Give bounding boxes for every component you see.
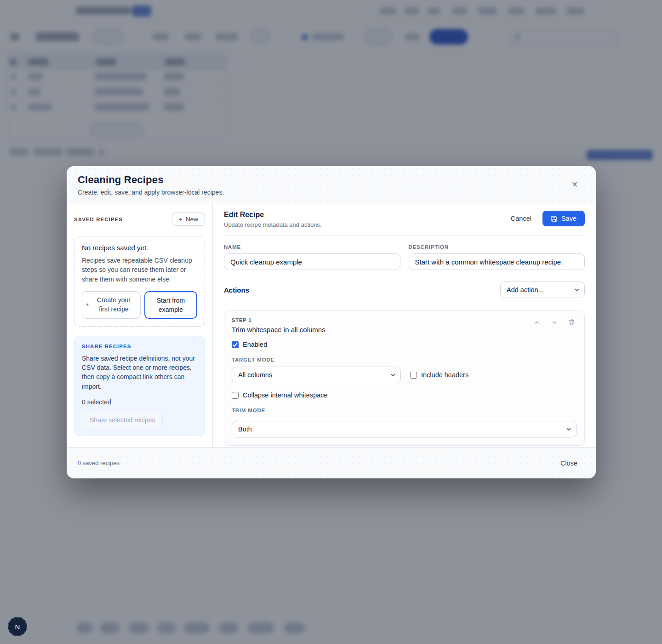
close-icon[interactable]: ✕: [569, 179, 580, 190]
share-recipes-body: Share saved recipe definitions, not your…: [82, 354, 197, 391]
editor-subtitle: Update recipe metadata and actions.: [224, 221, 321, 228]
save-button[interactable]: Save: [542, 211, 585, 226]
target-mode-label: TARGET MODE: [232, 357, 576, 362]
trim-mode-select[interactable]: Both: [232, 421, 576, 437]
create-first-recipe-button[interactable]: + Create your first recipe: [82, 291, 141, 319]
name-label: NAME: [224, 244, 400, 250]
recipe-editor: Edit Recipe Update recipe metadata and a…: [213, 203, 596, 447]
share-recipes-panel: SHARE RECIPES Share saved recipe definit…: [74, 336, 205, 436]
cancel-button[interactable]: Cancel: [506, 211, 536, 226]
plus-icon: +: [179, 216, 183, 223]
collapse-whitespace-row[interactable]: Collapse internal whitespace: [232, 391, 576, 399]
saved-recipes-count: 0 saved recipes: [78, 460, 120, 466]
new-recipe-label: New: [186, 216, 198, 223]
actions-heading: Actions: [224, 286, 249, 294]
step-label: STEP 1: [232, 317, 325, 323]
enabled-checkbox-row[interactable]: Enabled: [232, 341, 576, 348]
include-headers-checkbox[interactable]: [410, 372, 417, 379]
save-label: Save: [561, 215, 576, 222]
enabled-checkbox[interactable]: [232, 341, 239, 348]
avatar[interactable]: N: [8, 617, 27, 636]
target-mode-select[interactable]: All columns: [232, 367, 401, 383]
add-action-select[interactable]: Add action...: [500, 282, 585, 298]
start-from-example-button[interactable]: Start from example: [144, 291, 197, 319]
create-first-recipe-label: Create your first recipe: [91, 296, 137, 314]
step-card: STEP 1 Trim whitespace in all columns: [224, 310, 585, 446]
description-input[interactable]: [409, 253, 585, 270]
empty-state-body: Recipes save repeatable CSV cleanup step…: [82, 256, 197, 284]
modal-body: SAVED RECIPES + New No recipes saved yet…: [67, 203, 596, 447]
collapse-whitespace-label: Collapse internal whitespace: [243, 391, 328, 399]
footer-close-button[interactable]: Close: [555, 456, 583, 471]
share-selected-button[interactable]: Share selected recipes: [82, 412, 163, 428]
new-recipe-button[interactable]: + New: [172, 213, 205, 226]
move-step-down-icon[interactable]: [550, 318, 559, 327]
modal-footer: 0 saved recipes Close: [67, 447, 596, 478]
modal-subtitle: Create, edit, save, and apply browser-lo…: [78, 189, 583, 196]
step-title: Trim whitespace in all columns: [232, 326, 325, 334]
selected-count: 0 selected: [82, 398, 197, 406]
description-label: DESCRIPTION: [409, 244, 585, 250]
empty-state-title: No recipes saved yet.: [82, 244, 197, 252]
saved-recipes-sidebar: SAVED RECIPES + New No recipes saved yet…: [67, 203, 213, 447]
enabled-label: Enabled: [243, 341, 267, 348]
trim-mode-label: TRIM MODE: [232, 408, 576, 413]
modal-header: Cleaning Recipes Create, edit, save, and…: [67, 166, 596, 203]
save-icon: [551, 215, 558, 222]
name-input[interactable]: [224, 253, 400, 270]
cleaning-recipes-modal: Cleaning Recipes Create, edit, save, and…: [67, 166, 596, 478]
include-headers-label: Include headers: [421, 371, 468, 379]
delete-step-icon[interactable]: [567, 317, 576, 327]
plus-icon: +: [86, 303, 89, 307]
empty-state-box: No recipes saved yet. Recipes save repea…: [74, 236, 205, 327]
include-headers-row[interactable]: Include headers: [410, 371, 468, 379]
move-step-up-icon[interactable]: [532, 318, 542, 327]
saved-recipes-label: SAVED RECIPES: [74, 217, 123, 222]
collapse-whitespace-checkbox[interactable]: [232, 392, 239, 399]
modal-title: Cleaning Recipes: [78, 174, 583, 186]
share-recipes-heading: SHARE RECIPES: [82, 344, 197, 349]
editor-title: Edit Recipe: [224, 211, 321, 219]
avatar-initial: N: [15, 623, 20, 631]
